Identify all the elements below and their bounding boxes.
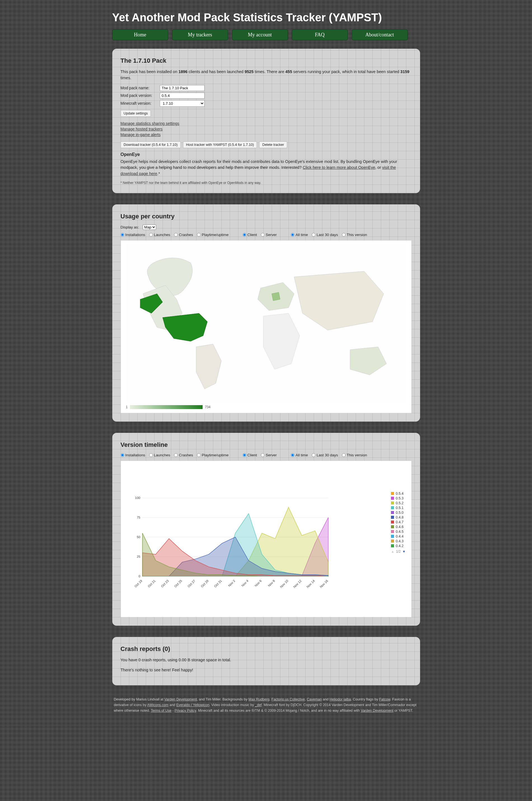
radio-ts-server[interactable]: Server: [261, 453, 277, 457]
svg-text:Nov 16: Nov 16: [319, 579, 328, 589]
pack-name-label: Mod pack name:: [121, 86, 160, 90]
svg-text:Oct 23: Oct 23: [160, 579, 169, 588]
manage-hosted-link[interactable]: Manage hosted trackers: [121, 127, 412, 131]
footer-link[interactable]: Max Rudberg: [248, 697, 269, 701]
openeye-text: OpenEye helps mod developers collect cra…: [121, 159, 412, 177]
footer-link[interactable]: Factorio.us Collective: [271, 697, 305, 701]
world-map[interactable]: 1 734: [121, 240, 412, 413]
radio-ut-last-30-days[interactable]: Last 30 days: [312, 232, 338, 237]
svg-text:Oct 31: Oct 31: [213, 579, 222, 588]
openeye-heading: OpenEye: [121, 152, 412, 157]
radio-us-server[interactable]: Server: [261, 232, 277, 237]
footer-link[interactable]: _def: [255, 703, 262, 707]
nav-account[interactable]: My account: [232, 30, 288, 40]
radio-tm-crashes[interactable]: Crashes: [174, 453, 193, 457]
nav-faq[interactable]: FAQ: [292, 30, 348, 40]
pack-title: The 1.7.10 Pack: [121, 57, 412, 64]
radio-tt-this-version[interactable]: This version: [342, 453, 367, 457]
display-as-select[interactable]: Map: [143, 225, 156, 230]
radio-tm-installations[interactable]: Installations: [121, 453, 145, 457]
legend-min: 1: [126, 405, 128, 409]
legend-item: 0.4.8: [391, 516, 405, 519]
pack-version-input[interactable]: [160, 93, 205, 98]
legend-gradient: [130, 405, 203, 409]
legend-pager[interactable]: ▲ 1/2 ▼: [391, 549, 405, 554]
mc-version-label: Minecraft version:: [121, 101, 160, 106]
svg-text:Nov 14: Nov 14: [306, 579, 316, 589]
openeye-learn-link[interactable]: Click here to learn more about OpenEye: [303, 165, 375, 170]
update-settings-button[interactable]: Update settings: [121, 110, 151, 117]
svg-text:0: 0: [138, 575, 140, 578]
host-tracker-button[interactable]: Host tracker with YAMPST (0.5.4 for 1.7.…: [183, 142, 257, 148]
svg-text:25: 25: [137, 555, 140, 558]
crash-line2: There's nothing to see here! Feel happy!: [121, 667, 412, 673]
nav-about[interactable]: About/contact: [352, 30, 408, 40]
radio-um-playtime-uptime[interactable]: Playtime/uptime: [197, 232, 229, 237]
footer-link[interactable]: Privacy Policy: [175, 709, 196, 712]
radio-ut-all-time[interactable]: All time: [291, 232, 308, 237]
radio-ts-client[interactable]: Client: [243, 453, 257, 457]
svg-text:Oct 27: Oct 27: [187, 579, 196, 588]
radio-ut-this-version[interactable]: This version: [342, 232, 367, 237]
radio-us-client[interactable]: Client: [243, 232, 257, 237]
manage-sharing-link[interactable]: Manage statistics sharing settings: [121, 121, 412, 126]
svg-text:Oct 25: Oct 25: [173, 579, 183, 588]
radio-tm-launches[interactable]: Launches: [149, 453, 170, 457]
radio-tt-last-30-days[interactable]: Last 30 days: [312, 453, 338, 457]
legend-item: 0.5.0: [391, 511, 405, 515]
timeline-panel: Version timeline InstallationsLaunchesCr…: [112, 433, 420, 626]
legend-item: 0.4.3: [391, 539, 405, 543]
mc-version-select[interactable]: 1.7.10: [160, 100, 205, 107]
radio-um-installations[interactable]: Installations: [121, 232, 145, 237]
footer-link[interactable]: Fatcow: [379, 697, 391, 701]
timeline-title: Version timeline: [121, 441, 412, 448]
radio-tt-all-time[interactable]: All time: [291, 453, 308, 457]
svg-text:Nov 8: Nov 8: [267, 579, 276, 587]
timeline-legend: 0.5.40.5.30.5.20.5.10.5.00.4.80.4.70.4.6…: [391, 492, 405, 554]
svg-text:Oct 19: Oct 19: [134, 579, 143, 588]
legend-item: 0.5.1: [391, 506, 405, 510]
nav-home[interactable]: Home: [112, 30, 168, 40]
footer-link[interactable]: Heliodor jalba: [330, 697, 351, 701]
footer-link[interactable]: Varden Development: [361, 709, 394, 712]
openeye-disclaimer: * Neither YAMPST nor the team behind it …: [121, 181, 412, 185]
map-svg: [124, 243, 408, 403]
crash-panel: Crash reports (0) You have 0 crash repor…: [112, 637, 420, 686]
radio-um-crashes[interactable]: Crashes: [174, 232, 193, 237]
timeline-chart[interactable]: 0255075100Oct 19Oct 21Oct 23Oct 25Oct 27…: [121, 461, 412, 617]
usage-panel: Usage per country Display as: Map Instal…: [112, 204, 420, 422]
download-tracker-button[interactable]: Download tracker (0.5.4 for 1.7.10): [121, 142, 181, 148]
footer-link[interactable]: Terms of Use: [151, 709, 172, 712]
pack-panel: The 1.7.10 Pack This pack has been insta…: [112, 49, 420, 193]
legend-max: 734: [205, 405, 210, 409]
footer-link[interactable]: Varden Development: [164, 697, 197, 701]
footer-link[interactable]: Everaldo / Yellowicon: [176, 703, 209, 707]
radio-tm-playtime-uptime[interactable]: Playtime/uptime: [197, 453, 229, 457]
delete-tracker-button[interactable]: Delete tracker: [259, 142, 287, 148]
footer: Developed by Marius Lindvall at Varden D…: [112, 696, 420, 713]
svg-text:Oct 21: Oct 21: [147, 579, 156, 588]
manage-alerts-link[interactable]: Manage in-game alerts: [121, 132, 412, 137]
svg-text:Nov 12: Nov 12: [292, 579, 302, 589]
legend-item: 0.5.3: [391, 497, 405, 500]
svg-text:75: 75: [137, 516, 140, 519]
svg-text:Nov 6: Nov 6: [254, 579, 262, 587]
radio-um-launches[interactable]: Launches: [149, 232, 170, 237]
svg-text:Nov 2: Nov 2: [227, 579, 235, 587]
legend-item: 0.5.2: [391, 501, 405, 505]
svg-text:Oct 29: Oct 29: [200, 579, 209, 588]
footer-link[interactable]: Caveman: [307, 697, 322, 701]
legend-item: 0.4.2: [391, 544, 405, 548]
display-as-label: Display as:: [121, 225, 139, 229]
usage-title: Usage per country: [121, 213, 412, 220]
crash-line1: You have 0 crash reports, using 0.00 B s…: [121, 657, 412, 663]
svg-text:50: 50: [137, 535, 140, 539]
crash-title: Crash reports (0): [121, 645, 412, 653]
footer-link[interactable]: AWicons.com: [147, 703, 169, 707]
pack-name-input[interactable]: [160, 85, 205, 91]
main-nav: Home My trackers My account FAQ About/co…: [112, 30, 420, 40]
timeline-svg: 0255075100Oct 19Oct 21Oct 23Oct 25Oct 27…: [127, 469, 334, 603]
pack-version-label: Mod pack version:: [121, 93, 160, 98]
usage-filters: InstallationsLaunchesCrashesPlaytime/upt…: [121, 232, 412, 237]
nav-trackers[interactable]: My trackers: [172, 30, 228, 40]
